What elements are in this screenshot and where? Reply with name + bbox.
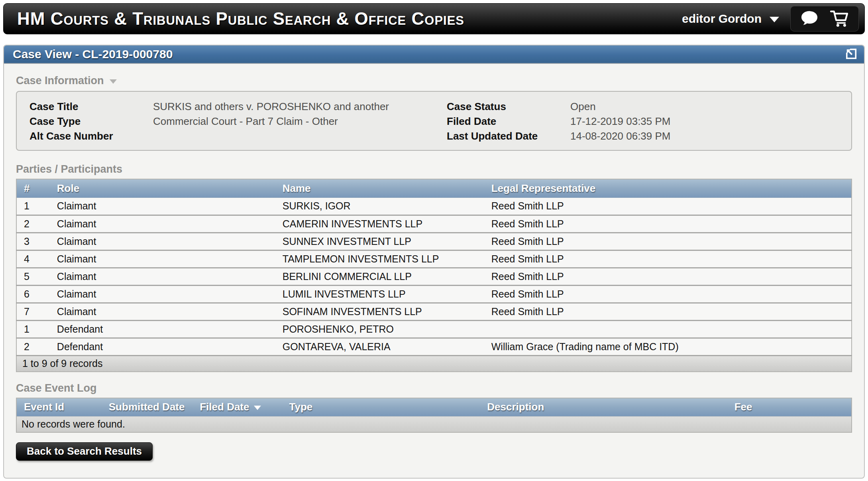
field-case-status: Case Status Open <box>434 100 851 113</box>
field-filed-date: Filed Date 17-12-2019 03:35 PM <box>434 114 851 128</box>
cell-role: Claimant <box>50 268 275 285</box>
column-header-role[interactable]: Role <box>50 179 275 197</box>
party-row: 2 Defendant GONTAREVA, VALERIA William G… <box>16 338 852 355</box>
user-menu-label: editor Gordon <box>682 12 762 26</box>
cell-role: Claimant <box>50 250 275 268</box>
parties-table: # Role Name Legal Representative 1 Claim… <box>16 179 852 356</box>
party-row: 1 Defendant POROSHENKO, PETRO <box>16 320 852 338</box>
cell-role: Defendant <box>50 338 275 355</box>
cell-number: 2 <box>16 215 50 233</box>
case-information-left-column: Case Title SURKIS and others v. POROSHEN… <box>17 100 434 143</box>
filed-date-label: Filed Date <box>200 401 249 413</box>
parties-heading: Parties / Participants <box>16 163 852 175</box>
column-header-submitted-date[interactable]: Submitted Date <box>102 398 192 416</box>
app-header: HM Courts & Tribunals Public Search & Of… <box>3 3 865 34</box>
column-header-number[interactable]: # <box>16 179 50 197</box>
cell-legal-representative: Reed Smith LLP <box>484 303 852 320</box>
cart-button[interactable] <box>830 10 849 28</box>
parties-record-count: 1 to 9 of 9 records <box>16 356 852 372</box>
expand-button[interactable] <box>844 47 858 62</box>
parties-header-row: # Role Name Legal Representative <box>16 179 852 197</box>
panel-title: Case View - CL-2019-000780 <box>13 47 173 61</box>
panel-titlebar: Case View - CL-2019-000780 <box>4 45 864 64</box>
cell-role: Claimant <box>50 285 275 303</box>
cell-number: 3 <box>16 233 50 250</box>
case-information-heading: Case Information <box>16 74 852 87</box>
header-icon-tray <box>790 6 859 32</box>
cell-name: CAMERIN INVESTMENTS LLP <box>275 215 484 233</box>
column-header-name[interactable]: Name <box>275 179 484 197</box>
panel-body: Case Information Case Title SURKIS and o… <box>4 74 864 461</box>
cell-legal-representative: Reed Smith LLP <box>484 268 852 285</box>
column-header-event-id[interactable]: Event Id <box>16 398 102 416</box>
field-label: Case Status <box>434 101 570 113</box>
field-label: Case Type <box>17 115 153 128</box>
sort-desc-icon <box>254 406 261 410</box>
field-case-type: Case Type Commercial Court - Part 7 Clai… <box>17 114 434 128</box>
empty-state-message: No records were found. <box>16 416 852 432</box>
cell-name: GONTAREVA, VALERIA <box>275 338 484 355</box>
cell-name: POROSHENKO, PETRO <box>275 320 484 338</box>
collapse-chevron-icon[interactable] <box>110 79 117 84</box>
event-log-heading-label: Case Event Log <box>16 382 97 394</box>
field-label: Filed Date <box>434 115 570 128</box>
cell-role: Claimant <box>50 303 275 320</box>
cell-number: 4 <box>16 250 50 268</box>
cell-number: 7 <box>16 303 50 320</box>
cell-role: Defendant <box>50 320 275 338</box>
cell-number: 1 <box>16 320 50 338</box>
parties-heading-label: Parties / Participants <box>16 163 122 175</box>
party-row: 5 Claimant BERLINI COMMERCIAL LLP Reed S… <box>16 268 852 285</box>
column-header-legal-representative[interactable]: Legal Representative <box>484 179 852 197</box>
field-value: Commercial Court - Part 7 Claim - Other <box>153 115 338 128</box>
cell-role: Claimant <box>50 197 275 215</box>
event-log-heading: Case Event Log <box>16 382 852 394</box>
field-last-updated-date: Last Updated Date 14-08-2020 06:39 PM <box>434 129 851 143</box>
column-header-fee[interactable]: Fee <box>727 398 852 416</box>
cell-name: BERLINI COMMERCIAL LLP <box>275 268 484 285</box>
event-log-table: Event Id Submitted Date Filed Date Type … <box>16 398 852 433</box>
party-row: 2 Claimant CAMERIN INVESTMENTS LLP Reed … <box>16 215 852 233</box>
cell-name: SUNNEX INVESTMENT LLP <box>275 233 484 250</box>
cell-role: Claimant <box>50 215 275 233</box>
cell-legal-representative: Reed Smith LLP <box>484 285 852 303</box>
case-view-panel: Case View - CL-2019-000780 Case Informat… <box>3 45 865 479</box>
party-row: 3 Claimant SUNNEX INVESTMENT LLP Reed Sm… <box>16 233 852 250</box>
field-case-title: Case Title SURKIS and others v. POROSHEN… <box>17 100 434 113</box>
cell-name: LUMIL INVESTMENTS LLP <box>275 285 484 303</box>
cell-legal-representative: Reed Smith LLP <box>484 197 852 215</box>
case-information-box: Case Title SURKIS and others v. POROSHEN… <box>16 91 852 151</box>
field-value: 17-12-2019 03:35 PM <box>570 115 671 128</box>
app-title: HM Courts & Tribunals Public Search & Of… <box>17 9 464 29</box>
messages-button[interactable] <box>800 10 819 28</box>
cell-legal-representative: Reed Smith LLP <box>484 250 852 268</box>
column-header-description[interactable]: Description <box>480 398 727 416</box>
field-label: Alt Case Number <box>17 130 153 142</box>
cell-name: SOFINAM INVESTMENTS LLP <box>275 303 484 320</box>
party-row: 4 Claimant TAMPLEMON INVESTMENTS LLP Ree… <box>16 250 852 268</box>
cell-role: Claimant <box>50 233 275 250</box>
case-information-heading-label: Case Information <box>16 74 104 87</box>
expand-icon <box>844 47 858 62</box>
cell-legal-representative <box>484 320 852 338</box>
cell-name: TAMPLEMON INVESTMENTS LLP <box>275 250 484 268</box>
back-to-search-results-button[interactable]: Back to Search Results <box>16 442 153 461</box>
party-row: 6 Claimant LUMIL INVESTMENTS LLP Reed Sm… <box>16 285 852 303</box>
field-label: Case Title <box>17 101 153 113</box>
empty-state-row: No records were found. <box>16 416 852 432</box>
header-right: editor Gordon <box>682 6 859 32</box>
cell-legal-representative: Reed Smith LLP <box>484 215 852 233</box>
column-header-type[interactable]: Type <box>282 398 480 416</box>
chevron-down-icon <box>770 17 779 22</box>
field-alt-case-number: Alt Case Number <box>17 129 434 143</box>
cell-legal-representative: Reed Smith LLP <box>484 233 852 250</box>
case-information-right-column: Case Status Open Filed Date 17-12-2019 0… <box>434 100 851 143</box>
user-menu[interactable]: editor Gordon <box>682 12 779 26</box>
party-row: 1 Claimant SURKIS, IGOR Reed Smith LLP <box>16 197 852 215</box>
cell-number: 6 <box>16 285 50 303</box>
column-header-filed-date[interactable]: Filed Date <box>192 398 282 416</box>
cell-legal-representative: William Grace (Trading name of MBC ITD) <box>484 338 852 355</box>
cell-number: 2 <box>16 338 50 355</box>
field-value: SURKIS and others v. POROSHENKO and anot… <box>153 101 389 113</box>
field-value: Open <box>570 101 596 113</box>
